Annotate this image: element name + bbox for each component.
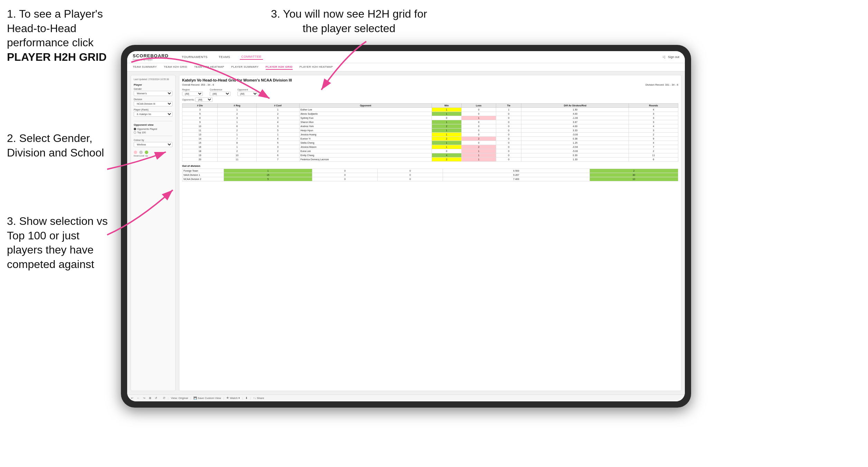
toolbar-bottom: ↩ ← ↪ ⊞ ↺ · ⏱ | View: Original | 💾 Save … [127, 394, 685, 401]
toolbar-view-original[interactable]: View: Original [170, 396, 189, 400]
toolbar-undo[interactable]: ↩ [130, 396, 134, 400]
out-of-division-row: NCAA Division 2 5 0 0 7.400 10 [182, 177, 678, 181]
sidebar-gender-label: Gender [134, 88, 172, 90]
table-row: 10 6 3 Andrea York 2 0 0 4.00 4 [182, 124, 678, 128]
table-row: 13 1 1 Jessica Huang 1 0 0 -3.00 2 [182, 133, 678, 137]
col-reg: # Reg [218, 104, 256, 108]
main-content: Last Updated: 27/03/2024 16:55:38 Player… [127, 72, 685, 394]
table-row: 3 1 1 Esther Lee 1 0 1 1.50 4 [182, 108, 678, 112]
data-table: # Div # Reg # Conf Opponent Win Loss Tie… [182, 103, 678, 162]
toolbar-download[interactable]: ⬇ [244, 396, 249, 400]
tablet-device: SCOREBOARD Powered by clippd TOURNAMENTS… [121, 45, 691, 408]
instruction-step2: 2. Select Gender, Division and School [7, 131, 111, 160]
opponent-select[interactable]: (All) [237, 92, 258, 96]
col-diff: Diff Av Strokes/Rnd [521, 104, 629, 108]
nav-committee[interactable]: COMMITTEE [240, 54, 263, 60]
col-loss: Loss [461, 104, 496, 108]
tablet-screen: SCOREBOARD Powered by clippd TOURNAMENTS… [127, 51, 685, 401]
sidebar-player-rank-label: Player (Rank) [134, 108, 172, 111]
table-row: 6 3 3 Sydney Kuo 0 1 0 -1.00 3 [182, 116, 678, 120]
table-row: 5 2 2 Alexis Sudjianto 1 0 0 4.00 3 [182, 112, 678, 116]
colour-by-select[interactable]: Win/loss [134, 142, 172, 147]
logo-sub: Powered by clippd [133, 58, 169, 61]
col-opponent: Opponent [299, 104, 432, 108]
table-row: 20 11 7 Federica Domecq Lacroze 2 1 0 1.… [182, 158, 678, 162]
toolbar-redo[interactable]: ↪ [142, 396, 147, 400]
logo-text: SCOREBOARD [133, 53, 169, 58]
radio-dot-top100 [134, 131, 136, 134]
colour-dots [134, 151, 172, 154]
filter-row: Region (All) Conference (All) Opponent [182, 88, 678, 96]
top100-radio[interactable]: Top 100 [134, 131, 172, 134]
table-title: Katelyn Vo Head-to-Head Grid for Women's… [182, 78, 678, 82]
sub-nav-player-summary[interactable]: PLAYER SUMMARY [231, 65, 259, 70]
table-row: 11 2 5 Heejo Hyun 1 0 0 3.33 3 [182, 128, 678, 133]
col-conf: # Conf [256, 104, 299, 108]
toolbar-share[interactable]: ↑↓ Share [252, 396, 265, 400]
toolbar-grid[interactable]: ⊞ [148, 396, 152, 400]
logo-area: SCOREBOARD Powered by clippd [133, 53, 169, 61]
out-of-division-label: Out of division [182, 164, 678, 168]
table-row: 14 7 4 Eunice Yi 2 2 0 0.38 9 [182, 137, 678, 141]
conference-select[interactable]: (All) [210, 92, 230, 96]
table-row: 9 1 4 Sharon Mun 1 0 0 3.67 3 [182, 120, 678, 124]
toolbar-back[interactable]: ← [136, 396, 141, 400]
col-rounds: Rounds [629, 104, 678, 108]
sign-out-link[interactable]: Sign out [668, 55, 679, 59]
sub-nav-player-h2h-grid[interactable]: PLAYER H2H GRID [266, 65, 293, 70]
colour-by-label: Colour by [134, 139, 172, 141]
nav-tournaments[interactable]: TOURNAMENTS [180, 55, 209, 59]
table-row: 16 1 3 Jessica Mason 1 2 0 -0.94 7 [182, 145, 678, 149]
colour-label-row: Down Level Up [134, 155, 172, 157]
player-rank-select[interactable]: 8. Katelyn Vo [134, 112, 172, 117]
gender-select[interactable]: Women's [134, 91, 172, 96]
opponent-played-radio[interactable]: Opponents Played [134, 128, 172, 130]
colour-section: Colour by Win/loss Down Level Up [134, 139, 172, 157]
table-row: 15 8 5 Stella Cheng 1 0 0 1.25 4 [182, 141, 678, 145]
opponents-label: Opponents: (All) [182, 97, 678, 102]
nav-teams[interactable]: TEAMS [217, 55, 232, 59]
toolbar-save-custom[interactable]: 💾 Save Custom View [192, 396, 222, 400]
division-select[interactable]: NCAA Division III [134, 101, 172, 106]
region-select[interactable]: (All) [182, 92, 203, 96]
filter-opponent: Opponent (All) [237, 88, 258, 96]
record-row: Overall Record: 353 - 34 - 6 Division Re… [182, 83, 678, 86]
opponents-filter-select[interactable]: (All) [195, 97, 213, 102]
colour-dot-level [139, 151, 143, 154]
radio-dot-played [134, 128, 136, 130]
sidebar: Last Updated: 27/03/2024 16:55:38 Player… [131, 75, 176, 391]
sub-nav-player-h2h-heatmap[interactable]: PLAYER H2H HEATMAP [300, 65, 333, 70]
out-of-division-table: Foreign Team 1 0 0 4.500 2 NAIA Division… [182, 169, 678, 181]
overall-record: Overall Record: 353 - 34 - 6 [182, 83, 214, 86]
division-record: Division Record: 331 - 34 - 6 [645, 83, 678, 86]
instruction-step3-bot: 3. Show selection vs Top 100 or just pla… [7, 214, 111, 271]
sidebar-division-label: Division [134, 98, 172, 101]
col-tie: Tie [496, 104, 521, 108]
sub-nav-team-h2h-grid[interactable]: TEAM H2H GRID [164, 65, 187, 70]
toolbar-watch[interactable]: 👁 Watch ▾ [225, 396, 241, 400]
header-right: i | Sign out [663, 55, 679, 59]
opponent-view-title: Opponent view [134, 123, 172, 126]
instruction-step3-top: 3. You will now see H2H grid for the pla… [263, 7, 435, 36]
toolbar-timer[interactable]: ⏱ [162, 396, 167, 400]
table-row: 18 2 2 Euna Lee 0 1 0 -5.00 2 [182, 149, 678, 153]
sub-nav: TEAM SUMMARY TEAM H2H GRID TEAM H2H HEAT… [127, 63, 685, 72]
sidebar-timestamp: Last Updated: 27/03/2024 16:55:38 [134, 78, 172, 80]
col-div: # Div [182, 104, 218, 108]
app-header: SCOREBOARD Powered by clippd TOURNAMENTS… [127, 51, 685, 63]
out-of-division-row: Foreign Team 1 0 0 4.500 2 [182, 169, 678, 173]
colour-dot-up [145, 151, 148, 154]
instruction-step1: 1. To see a Player's Head-to-Head perfor… [7, 7, 124, 64]
sidebar-player-title: Player [134, 83, 172, 86]
out-of-division-row: NAIA Division 1 15 0 0 9.267 30 [182, 173, 678, 177]
sub-nav-team-h2h-heatmap[interactable]: TEAM H2H HEATMAP [194, 65, 224, 70]
table-area: Katelyn Vo Head-to-Head Grid for Women's… [179, 75, 681, 391]
filter-conference: Conference (All) [210, 88, 230, 96]
col-win: Win [432, 104, 461, 108]
filter-region: Region (All) [182, 88, 203, 96]
table-row: 19 10 6 Emily Chang 4 1 0 0.30 11 [182, 153, 678, 158]
colour-dot-down [134, 151, 137, 154]
toolbar-refresh[interactable]: ↺ [154, 396, 158, 400]
sub-nav-team-summary[interactable]: TEAM SUMMARY [133, 65, 157, 70]
